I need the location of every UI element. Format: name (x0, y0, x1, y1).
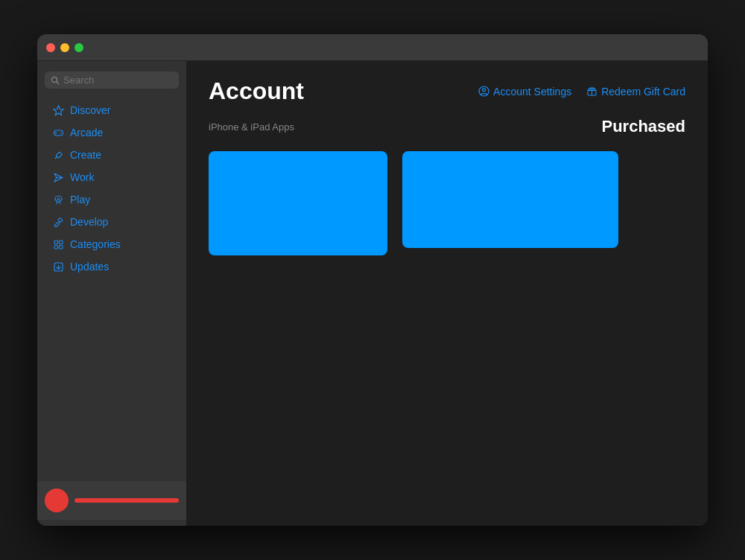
sidebar-account-bar[interactable] (37, 481, 186, 520)
account-bar-line (74, 498, 179, 503)
star-icon (52, 104, 64, 116)
app-card-1[interactable] (209, 151, 387, 255)
sidebar-item-label: Updates (70, 261, 109, 273)
svg-rect-21 (59, 245, 63, 249)
titlebar (37, 34, 708, 61)
sidebar-item-categories[interactable]: Categories (42, 234, 182, 255)
main-content: Account Account Settings (186, 61, 708, 526)
sidebar-item-label: Categories (70, 238, 121, 250)
account-settings-label: Account Settings (493, 86, 571, 98)
svg-line-14 (60, 202, 60, 204)
sidebar-item-label: Create (70, 149, 101, 161)
gift-icon (586, 86, 597, 97)
gamepad-icon (52, 127, 64, 139)
sub-header: iPhone & iPad Apps Purchased (186, 112, 708, 145)
svg-rect-18 (54, 241, 58, 244)
search-bar[interactable] (45, 71, 179, 89)
app-window: Discover Arcade (37, 34, 708, 526)
pencil-icon (52, 149, 64, 161)
search-icon (51, 76, 60, 85)
svg-rect-20 (54, 245, 58, 249)
traffic-lights (46, 43, 83, 52)
sidebar-item-create[interactable]: Create (42, 144, 182, 165)
close-button[interactable] (46, 43, 55, 52)
page-title: Account (209, 77, 304, 105)
maximize-button[interactable] (74, 43, 83, 52)
sidebar-item-develop[interactable]: Develop (42, 211, 182, 232)
svg-point-7 (60, 132, 61, 133)
svg-rect-16 (54, 221, 59, 226)
hammer-icon (52, 216, 64, 228)
content-area: Discover Arcade (37, 61, 708, 526)
sidebar-item-arcade[interactable]: Arcade (42, 122, 182, 143)
sidebar-item-label: Arcade (70, 127, 103, 139)
sidebar-item-updates[interactable]: Updates (42, 256, 182, 277)
sidebar-item-label: Develop (70, 216, 108, 228)
svg-point-25 (483, 89, 486, 92)
redeem-gift-card-link[interactable]: Redeem Gift Card (586, 86, 685, 98)
search-input[interactable] (63, 74, 173, 86)
minimize-button[interactable] (60, 43, 69, 52)
person-circle-icon (478, 86, 489, 97)
sidebar-item-label: Discover (70, 104, 110, 116)
svg-line-13 (57, 202, 57, 204)
rocket-icon (52, 194, 64, 206)
sub-header-left: iPhone & iPad Apps (209, 121, 294, 133)
main-header: Account Account Settings (186, 61, 708, 112)
sidebar-item-label: Play (70, 194, 90, 206)
purchased-label: Purchased (602, 117, 686, 136)
sidebar-item-discover[interactable]: Discover (42, 100, 182, 121)
avatar (45, 489, 69, 512)
sidebar: Discover Arcade (37, 61, 186, 526)
arrow-down-box-icon (52, 261, 64, 273)
svg-marker-2 (54, 106, 63, 115)
account-settings-link[interactable]: Account Settings (478, 86, 571, 98)
grid-icon (52, 238, 64, 250)
svg-rect-17 (57, 217, 62, 222)
paper-plane-icon (52, 171, 64, 183)
sidebar-item-label: Work (70, 171, 94, 183)
svg-rect-19 (59, 241, 63, 244)
sidebar-item-play[interactable]: Play (42, 189, 182, 210)
redeem-gift-card-label: Redeem Gift Card (601, 86, 685, 98)
sidebar-item-work[interactable]: Work (42, 167, 182, 188)
app-card-2[interactable] (402, 151, 618, 248)
svg-line-1 (57, 81, 59, 83)
cards-area (186, 145, 708, 270)
header-actions: Account Settings Redeem G (478, 86, 685, 98)
svg-point-8 (60, 133, 60, 133)
svg-point-15 (57, 198, 59, 200)
